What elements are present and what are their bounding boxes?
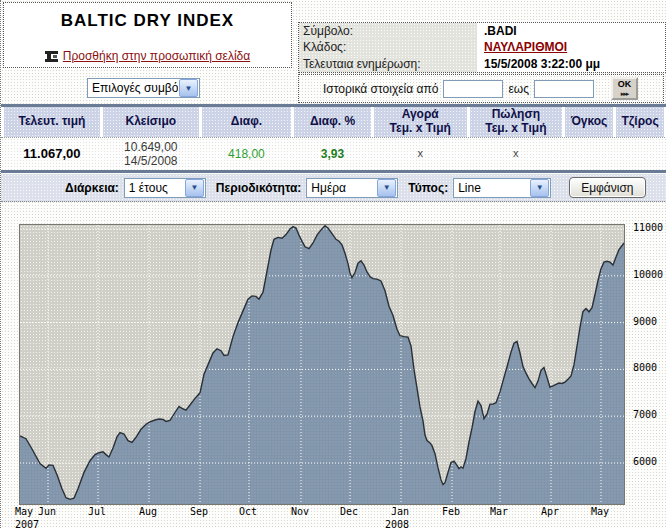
col-diff: Διαφ. bbox=[202, 107, 291, 137]
x-axis-label: Feb bbox=[436, 506, 466, 519]
chevron-down-icon[interactable]: ▼ bbox=[530, 179, 549, 197]
page-title: BALTIC DRY INDEX bbox=[4, 11, 291, 31]
col-turnover: Τζίρος bbox=[616, 107, 664, 137]
history-range-label: Ιστορικά στοιχεία από bbox=[323, 82, 438, 96]
quote-table: Τελευτ. τιμή Κλείσιμο Διαφ. Διαφ. % Αγορ… bbox=[1, 104, 666, 173]
chevron-down-icon[interactable]: ▼ bbox=[185, 179, 204, 197]
price-chart: 11000100009000800070006000 May2007JunJul… bbox=[1, 202, 666, 528]
x-axis-label: Sep bbox=[184, 506, 214, 519]
symbol-options-selected: Επιλογές συμβόλου bbox=[88, 81, 178, 95]
last-price-value: 11.067,00 bbox=[23, 146, 80, 162]
history-from-input[interactable] bbox=[443, 80, 503, 98]
last-update-label: Τελευταια ενημέρωση: bbox=[299, 56, 477, 72]
y-axis-label: 6000 bbox=[633, 456, 657, 467]
x-axis-label: Apr bbox=[535, 506, 565, 519]
sector-link[interactable]: ΝΑΥΛΑΡΙΘΜΟΙ bbox=[484, 40, 567, 54]
ok-arrows-icon: ▸▸▸ bbox=[621, 90, 629, 97]
close-value: 10.649,00 bbox=[124, 140, 177, 154]
x-axis-label: Nov bbox=[285, 506, 315, 519]
separator-bar-bottom bbox=[1, 170, 666, 173]
quote-table-header: Τελευτ. τιμή Κλείσιμο Διαφ. Διαφ. % Αγορ… bbox=[1, 107, 666, 138]
add-to-personal-page-icon bbox=[45, 51, 58, 62]
chart-type-label: Τύπος: bbox=[408, 181, 448, 195]
chart-controls-bar: Διάρκεια: 1 έτους ▼ Περιοδικότητα: Ημέρα… bbox=[1, 174, 666, 202]
history-ok-button[interactable]: OK ▸▸▸ bbox=[611, 77, 638, 100]
x-axis-label: Oct bbox=[233, 506, 263, 519]
symbol-value: .BADI bbox=[477, 24, 517, 38]
y-axis-label: 7000 bbox=[633, 409, 657, 420]
chevron-down-icon[interactable]: ▼ bbox=[179, 79, 198, 97]
history-range-panel: Ιστορικά στοιχεία από εως OK ▸▸▸ bbox=[298, 74, 664, 103]
last-update-value: 15/5/2008 3:22:00 μμ bbox=[477, 57, 600, 71]
title-box: BALTIC DRY INDEX Προσθήκη στην προσωπική… bbox=[3, 2, 292, 68]
add-to-personal-page-link[interactable]: Προσθήκη στην προσωπική σελίδα bbox=[63, 49, 250, 63]
diff-value: 418,00 bbox=[228, 147, 265, 161]
col-bid: ΑγοράΤεμ. x Τιμή bbox=[374, 107, 467, 137]
y-axis-label: 8000 bbox=[633, 362, 657, 373]
symbol-info-panel: Σύμβολο: .BADI Κλάδος: ΝΑΥΛΑΡΙΘΜΟΙ Τελευ… bbox=[298, 22, 666, 73]
x-axis-label: Mar bbox=[484, 506, 514, 519]
history-between-label: εως bbox=[508, 82, 529, 96]
bid-value: x bbox=[417, 147, 423, 160]
y-axis-label: 10000 bbox=[633, 269, 663, 280]
ok-label: OK bbox=[618, 80, 632, 89]
ask-value: x bbox=[513, 147, 519, 160]
col-volume: Όγκος bbox=[565, 107, 613, 137]
chart-type-select[interactable]: Line ▼ bbox=[453, 178, 551, 198]
quote-page: BALTIC DRY INDEX Προσθήκη στην προσωπική… bbox=[0, 0, 666, 528]
x-axis-label: Dec bbox=[334, 506, 364, 519]
x-axis-label: May bbox=[585, 506, 615, 519]
last-update-row: Τελευταια ενημέρωση: 15/5/2008 3:22:00 μ… bbox=[299, 56, 665, 72]
close-date: 14/5/2008 bbox=[124, 154, 177, 168]
symbol-label: Σύμβολο: bbox=[299, 23, 477, 39]
x-axis-label: Aug bbox=[133, 506, 163, 519]
duration-selected: 1 έτους bbox=[125, 181, 184, 195]
col-ask: ΠώλησηΤεμ. x Τιμή bbox=[470, 107, 563, 137]
history-to-input[interactable] bbox=[534, 80, 594, 98]
symbol-row: Σύμβολο: .BADI bbox=[299, 23, 665, 39]
duration-select[interactable]: 1 έτους ▼ bbox=[124, 178, 206, 198]
show-chart-button[interactable]: Εμφάνιση bbox=[569, 177, 645, 198]
period-label: Περιοδικότητα: bbox=[216, 181, 301, 195]
quote-row: 11.067,00 10.649,00 14/5/2008 418,00 3,9… bbox=[1, 138, 666, 170]
add-to-personal-page[interactable]: Προσθήκη στην προσωπική σελίδα bbox=[4, 49, 291, 63]
x-axis-label: Jul bbox=[82, 506, 112, 519]
chart-type-selected: Line bbox=[454, 181, 529, 195]
x-axis-label: Jun bbox=[32, 506, 62, 519]
col-diff-pct: Διαφ. % bbox=[294, 107, 371, 137]
col-close: Κλείσιμο bbox=[103, 107, 199, 137]
chevron-down-icon[interactable]: ▼ bbox=[377, 179, 396, 197]
x-axis-label: Jan2008 bbox=[385, 506, 415, 528]
duration-label: Διάρκεια: bbox=[65, 181, 119, 195]
symbol-options-select[interactable]: Επιλογές συμβόλου ▼ bbox=[87, 78, 200, 98]
period-select[interactable]: Ημέρα ▼ bbox=[306, 178, 398, 198]
y-axis-label: 9000 bbox=[633, 316, 657, 327]
y-axis-label: 11000 bbox=[633, 222, 663, 233]
chart-plot-area bbox=[19, 224, 625, 505]
diff-pct-value: 3,93 bbox=[321, 147, 344, 161]
sector-label: Κλάδος: bbox=[299, 39, 477, 55]
price-area-chart bbox=[20, 225, 624, 504]
sector-row: Κλάδος: ΝΑΥΛΑΡΙΘΜΟΙ bbox=[299, 39, 665, 55]
period-selected: Ημέρα bbox=[307, 181, 376, 195]
price-area-texture bbox=[20, 226, 624, 504]
col-last-price: Τελευτ. τιμή bbox=[4, 107, 100, 137]
